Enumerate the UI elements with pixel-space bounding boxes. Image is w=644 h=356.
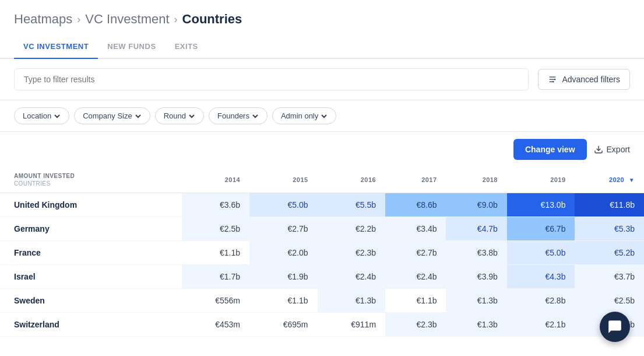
chevron-down-icon [188, 113, 195, 120]
svg-point-4 [552, 81, 554, 83]
data-cell: €5.0b [507, 241, 575, 265]
breadcrumb: Heatmaps › VC Investment › Countries [0, 0, 644, 36]
chevron-down-icon [54, 113, 61, 120]
data-cell: €6.7b [507, 217, 575, 241]
svg-point-3 [554, 79, 556, 81]
data-cell: €5.3b [575, 217, 644, 241]
chevron-down-icon [252, 113, 259, 120]
col-header-2015[interactable]: 2015 [249, 167, 318, 193]
data-cell: €1.3b [446, 289, 506, 313]
data-cell: €2.5b [575, 289, 644, 313]
tab-exits[interactable]: EXITS [166, 36, 207, 59]
data-cell: €1.1b [385, 289, 446, 313]
data-cell: €1.1b [249, 289, 318, 313]
data-table: AMOUNT INVESTED Countries 2014 2015 2016… [0, 167, 644, 337]
country-name-cell: United Kingdom [0, 193, 182, 217]
data-cell: €2.1b [507, 313, 575, 337]
countries-subheader: Countries [14, 180, 51, 187]
data-cell: €2.5b [182, 217, 250, 241]
country-name-cell: Germany [0, 217, 182, 241]
data-cell: €3.8b [446, 241, 506, 265]
data-cell: €2.3b [318, 241, 386, 265]
search-row: Advanced filters [0, 59, 644, 100]
data-cell: €8.6b [385, 193, 446, 217]
chat-icon [607, 319, 622, 334]
table-row: Germany€2.5b€2.7b€2.2b€3.4b€4.7b€6.7b€5.… [0, 217, 644, 241]
table-row: France€1.1b€2.0b€2.3b€2.7b€3.8b€5.0b€5.2… [0, 241, 644, 265]
data-cell: €5.0b [249, 193, 318, 217]
search-input[interactable] [14, 68, 529, 90]
data-cell: €695m [249, 313, 318, 337]
data-cell: €3.4b [385, 217, 446, 241]
data-cell: €2.8b [507, 289, 575, 313]
breadcrumb-heatmaps[interactable]: Heatmaps [14, 12, 72, 27]
data-cell: €5.5b [318, 193, 386, 217]
filter-location[interactable]: Location [14, 107, 69, 124]
data-cell: €2.2b [318, 217, 386, 241]
data-cell: €1.9b [249, 265, 318, 289]
advanced-filters-button[interactable]: Advanced filters [538, 69, 630, 90]
data-cell: €13.0b [507, 193, 575, 217]
col-header-2018[interactable]: 2018 [446, 167, 506, 193]
data-cell: €4.7b [446, 217, 506, 241]
data-cell: €4.3b [507, 265, 575, 289]
table-row: Switzerland€453m€695m€911m€2.3b€1.3b€2.1… [0, 313, 644, 337]
col-header-2016[interactable]: 2016 [318, 167, 386, 193]
country-name-cell: Israel [0, 265, 182, 289]
breadcrumb-sep-1: › [77, 13, 80, 26]
data-cell: €3.6b [182, 193, 250, 217]
data-cell: €1.7b [182, 265, 250, 289]
data-cell: €2.7b [249, 217, 318, 241]
data-cell: €2.7b [385, 241, 446, 265]
filter-admin-only[interactable]: Admin only [272, 107, 336, 124]
filter-icon [548, 75, 557, 84]
change-view-button[interactable]: Change view [513, 139, 587, 160]
filter-company-size[interactable]: Company Size [74, 107, 150, 124]
data-cell: €11.8b [575, 193, 644, 217]
data-cell: €3.7b [575, 265, 644, 289]
data-cell: €2.4b [318, 265, 386, 289]
table-controls: Change view Export [0, 132, 644, 167]
breadcrumb-countries: Countries [182, 12, 242, 27]
country-name-cell: France [0, 241, 182, 265]
table-row: Sweden€556m€1.1b€1.3b€1.1b€1.3b€2.8b€2.5… [0, 289, 644, 313]
col-header-2014[interactable]: 2014 [182, 167, 250, 193]
data-cell: €9.0b [446, 193, 506, 217]
filters-row: Location Company Size Round Founders Adm… [0, 100, 644, 132]
export-button[interactable]: Export [594, 145, 630, 154]
col-header-2020[interactable]: 2020 ▼ [575, 167, 644, 193]
data-cell: €3.9b [446, 265, 506, 289]
breadcrumb-sep-2: › [174, 13, 178, 26]
download-icon [594, 145, 603, 154]
data-cell: €5.2b [575, 241, 644, 265]
chevron-down-icon [321, 113, 328, 120]
tab-vc-investment[interactable]: VC INVESTMENT [14, 36, 98, 59]
data-cell: €2.0b [249, 241, 318, 265]
sort-active-icon: ▼ [629, 177, 635, 183]
data-table-wrapper: AMOUNT INVESTED Countries 2014 2015 2016… [0, 167, 644, 337]
country-name-cell: Sweden [0, 289, 182, 313]
data-cell: €453m [182, 313, 250, 337]
data-cell: €2.4b [385, 265, 446, 289]
chat-bubble[interactable] [600, 312, 630, 337]
col-header-2017[interactable]: 2017 [385, 167, 446, 193]
filter-round[interactable]: Round [155, 107, 204, 124]
breadcrumb-vc-investment[interactable]: VC Investment [85, 12, 169, 27]
data-cell: €911m [318, 313, 386, 337]
table-row: United Kingdom€3.6b€5.0b€5.5b€8.6b€9.0b€… [0, 193, 644, 217]
col-header-2019[interactable]: 2019 [507, 167, 575, 193]
amount-invested-header: AMOUNT INVESTED [14, 173, 75, 179]
table-row: Israel€1.7b€1.9b€2.4b€2.4b€3.9b€4.3b€3.7… [0, 265, 644, 289]
tabs-bar: VC INVESTMENT NEW FUNDS EXITS [0, 36, 644, 59]
data-cell: €1.3b [446, 313, 506, 337]
tab-new-funds[interactable]: NEW FUNDS [98, 36, 165, 59]
chevron-down-icon [135, 113, 142, 120]
country-name-cell: Switzerland [0, 313, 182, 337]
data-cell: €2.3b [385, 313, 446, 337]
data-cell: €1.1b [182, 241, 250, 265]
data-cell: €1.3b [318, 289, 386, 313]
filter-founders[interactable]: Founders [209, 107, 268, 124]
data-cell: €556m [182, 289, 250, 313]
